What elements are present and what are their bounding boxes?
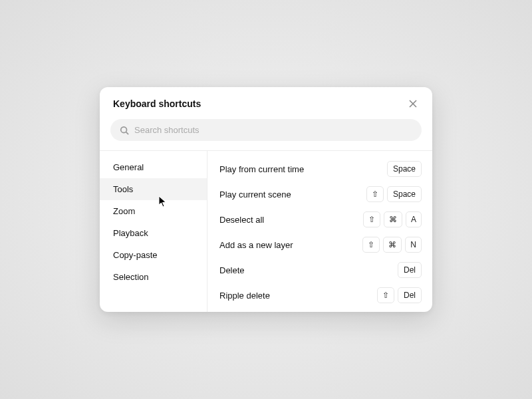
key-group: Del xyxy=(398,262,422,278)
key-group: Space xyxy=(387,161,422,177)
category-item[interactable]: General xyxy=(100,156,207,178)
category-item[interactable]: Playback xyxy=(100,222,207,244)
key-badge[interactable]: N xyxy=(405,237,422,253)
shortcut-label: Delete xyxy=(219,265,245,275)
shortcut-label: Add as a new layer xyxy=(219,240,293,250)
key-badge[interactable]: ⇧ xyxy=(366,186,384,202)
shortcut-list: Play from current timeSpacePlay current … xyxy=(207,151,432,312)
search-field[interactable] xyxy=(110,119,422,141)
key-group: ⇧Del xyxy=(377,287,422,303)
category-item[interactable]: Tools xyxy=(100,178,207,200)
shortcut-row: Play from current timeSpace xyxy=(219,156,422,182)
category-sidebar: GeneralToolsZoomPlaybackCopy-pasteSelect… xyxy=(100,151,207,312)
modal-header: Keyboard shortcuts xyxy=(100,87,432,119)
category-label: Zoom xyxy=(113,206,135,216)
key-badge[interactable]: ⌘ xyxy=(383,237,402,253)
key-badge[interactable]: ⇧ xyxy=(363,211,380,227)
search-icon xyxy=(120,126,129,135)
key-badge[interactable]: Space xyxy=(387,161,422,177)
category-label: Copy-paste xyxy=(113,250,157,260)
key-badge[interactable]: Del xyxy=(398,262,422,278)
shortcut-row: DeleteDel xyxy=(219,257,422,283)
keyboard-shortcuts-modal: Keyboard shortcuts GeneralToolsZoomPlayb… xyxy=(100,87,432,312)
category-label: Selection xyxy=(113,272,148,282)
shortcut-row: Ripple delete⇧Del xyxy=(219,283,422,308)
key-badge[interactable]: ⌘ xyxy=(384,211,402,227)
shortcut-label: Ripple delete xyxy=(219,291,270,301)
modal-title: Keyboard shortcuts xyxy=(113,98,201,109)
modal-body: GeneralToolsZoomPlaybackCopy-pasteSelect… xyxy=(100,151,432,312)
close-button[interactable] xyxy=(407,98,419,110)
search-container xyxy=(100,119,432,150)
key-group: ⇧⌘N xyxy=(362,237,422,253)
shortcut-label: Play from current time xyxy=(219,164,304,174)
category-label: General xyxy=(113,162,144,172)
key-group: ⇧Space xyxy=(366,186,422,202)
close-icon xyxy=(408,99,418,108)
category-item[interactable]: Zoom xyxy=(100,200,207,222)
category-item[interactable]: Copy-paste xyxy=(100,244,207,266)
key-group: ⇧⌘A xyxy=(363,211,422,227)
svg-point-2 xyxy=(121,126,127,132)
key-badge[interactable]: A xyxy=(406,211,422,227)
search-input[interactable] xyxy=(134,125,412,135)
shortcut-label: Deselect all xyxy=(219,215,264,225)
shortcut-row: Play current scene⇧Space xyxy=(219,182,422,207)
shortcut-label: Play current scene xyxy=(219,190,291,200)
shortcut-row: Deselect all⇧⌘A xyxy=(219,207,422,232)
category-label: Tools xyxy=(113,184,133,194)
category-label: Playback xyxy=(113,228,148,238)
key-badge[interactable]: Space xyxy=(387,186,422,202)
key-badge[interactable]: ⇧ xyxy=(377,287,394,303)
key-badge[interactable]: ⇧ xyxy=(362,237,380,253)
category-item[interactable]: Selection xyxy=(100,266,207,288)
key-badge[interactable]: Del xyxy=(398,287,422,303)
shortcut-row: Add as a new layer⇧⌘N xyxy=(219,232,422,257)
svg-line-3 xyxy=(126,132,129,134)
